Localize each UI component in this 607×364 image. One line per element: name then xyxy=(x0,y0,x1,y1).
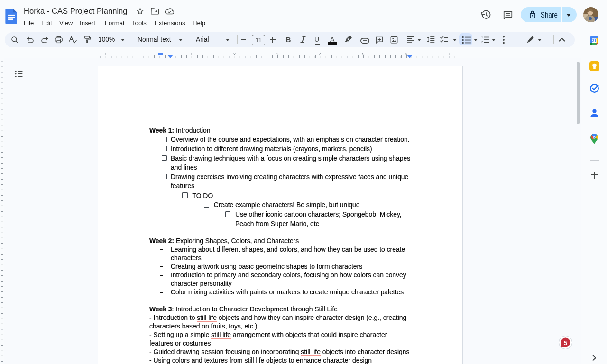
svg-text:5: 5 xyxy=(564,339,568,346)
svg-text:31: 31 xyxy=(592,38,597,43)
svg-text:2: 2 xyxy=(481,40,483,44)
svg-text:1: 1 xyxy=(481,36,483,39)
